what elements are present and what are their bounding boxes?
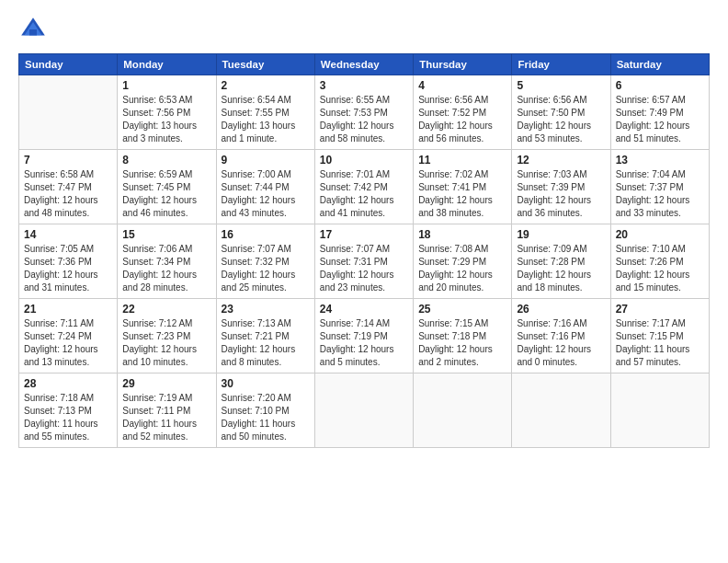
- day-cell: 19Sunrise: 7:09 AMSunset: 7:28 PMDayligh…: [512, 224, 610, 299]
- day-cell: 5Sunrise: 6:56 AMSunset: 7:50 PMDaylight…: [512, 75, 610, 150]
- day-cell: 4Sunrise: 6:56 AMSunset: 7:52 PMDaylight…: [414, 75, 512, 150]
- week-row-5: 28Sunrise: 7:18 AMSunset: 7:13 PMDayligh…: [19, 373, 710, 448]
- day-cell: 7Sunrise: 6:58 AMSunset: 7:47 PMDaylight…: [19, 150, 118, 224]
- day-cell: 14Sunrise: 7:05 AMSunset: 7:36 PMDayligh…: [19, 224, 118, 299]
- day-cell: 22Sunrise: 7:12 AMSunset: 7:23 PMDayligh…: [118, 299, 216, 373]
- day-info: Sunrise: 7:01 AMSunset: 7:42 PMDaylight:…: [320, 168, 408, 220]
- day-cell: 17Sunrise: 7:07 AMSunset: 7:31 PMDayligh…: [314, 224, 413, 299]
- col-header-monday: Monday: [118, 54, 216, 75]
- day-info: Sunrise: 7:16 AMSunset: 7:16 PMDaylight:…: [517, 317, 605, 369]
- day-number: 13: [616, 154, 704, 167]
- day-cell: 9Sunrise: 7:00 AMSunset: 7:44 PMDaylight…: [216, 150, 314, 224]
- day-number: 11: [418, 154, 506, 167]
- day-number: 28: [24, 377, 112, 390]
- day-info: Sunrise: 7:02 AMSunset: 7:41 PMDaylight:…: [418, 168, 506, 220]
- day-number: 6: [616, 79, 704, 92]
- day-number: 5: [517, 79, 605, 92]
- day-info: Sunrise: 6:58 AMSunset: 7:47 PMDaylight:…: [24, 168, 112, 220]
- day-info: Sunrise: 6:59 AMSunset: 7:45 PMDaylight:…: [122, 168, 210, 220]
- day-number: 16: [222, 228, 310, 241]
- day-cell: 18Sunrise: 7:08 AMSunset: 7:29 PMDayligh…: [414, 224, 512, 299]
- day-info: Sunrise: 7:10 AMSunset: 7:26 PMDaylight:…: [616, 243, 704, 294]
- day-cell: 3Sunrise: 6:55 AMSunset: 7:53 PMDaylight…: [314, 75, 413, 150]
- week-row-4: 21Sunrise: 7:11 AMSunset: 7:24 PMDayligh…: [19, 299, 710, 373]
- calendar-header-row: SundayMondayTuesdayWednesdayThursdayFrid…: [19, 54, 710, 75]
- day-cell: 29Sunrise: 7:19 AMSunset: 7:11 PMDayligh…: [118, 373, 216, 448]
- day-info: Sunrise: 7:07 AMSunset: 7:31 PMDaylight:…: [320, 243, 408, 294]
- day-cell: 13Sunrise: 7:04 AMSunset: 7:37 PMDayligh…: [610, 150, 709, 224]
- day-cell: 30Sunrise: 7:20 AMSunset: 7:10 PMDayligh…: [216, 373, 314, 448]
- day-number: 15: [122, 228, 210, 241]
- day-cell: 15Sunrise: 7:06 AMSunset: 7:34 PMDayligh…: [118, 224, 216, 299]
- day-info: Sunrise: 7:05 AMSunset: 7:36 PMDaylight:…: [24, 243, 112, 294]
- day-number: 22: [122, 303, 210, 316]
- day-cell: [314, 373, 413, 448]
- day-info: Sunrise: 6:56 AMSunset: 7:52 PMDaylight:…: [418, 94, 506, 145]
- day-info: Sunrise: 7:13 AMSunset: 7:21 PMDaylight:…: [222, 317, 310, 369]
- svg-rect-2: [29, 29, 37, 35]
- day-number: 8: [122, 154, 210, 167]
- day-info: Sunrise: 7:08 AMSunset: 7:29 PMDaylight:…: [418, 243, 506, 294]
- day-info: Sunrise: 7:07 AMSunset: 7:32 PMDaylight:…: [222, 243, 310, 294]
- day-number: 23: [222, 303, 310, 316]
- day-info: Sunrise: 7:17 AMSunset: 7:15 PMDaylight:…: [616, 317, 704, 369]
- day-info: Sunrise: 7:11 AMSunset: 7:24 PMDaylight:…: [24, 317, 112, 369]
- day-info: Sunrise: 7:14 AMSunset: 7:19 PMDaylight:…: [320, 317, 408, 369]
- col-header-tuesday: Tuesday: [216, 54, 314, 75]
- day-info: Sunrise: 6:54 AMSunset: 7:55 PMDaylight:…: [222, 94, 310, 145]
- week-row-3: 14Sunrise: 7:05 AMSunset: 7:36 PMDayligh…: [19, 224, 710, 299]
- day-info: Sunrise: 7:06 AMSunset: 7:34 PMDaylight:…: [122, 243, 210, 294]
- day-number: 3: [320, 79, 408, 92]
- day-info: Sunrise: 7:09 AMSunset: 7:28 PMDaylight:…: [517, 243, 605, 294]
- day-number: 2: [222, 79, 310, 92]
- day-cell: 24Sunrise: 7:14 AMSunset: 7:19 PMDayligh…: [314, 299, 413, 373]
- day-cell: 28Sunrise: 7:18 AMSunset: 7:13 PMDayligh…: [19, 373, 118, 448]
- day-info: Sunrise: 7:19 AMSunset: 7:11 PMDaylight:…: [122, 392, 210, 443]
- col-header-thursday: Thursday: [414, 54, 512, 75]
- day-cell: 10Sunrise: 7:01 AMSunset: 7:42 PMDayligh…: [314, 150, 413, 224]
- day-number: 30: [222, 377, 310, 390]
- day-info: Sunrise: 6:57 AMSunset: 7:49 PMDaylight:…: [616, 94, 704, 145]
- day-info: Sunrise: 7:12 AMSunset: 7:23 PMDaylight:…: [122, 317, 210, 369]
- day-info: Sunrise: 7:00 AMSunset: 7:44 PMDaylight:…: [222, 168, 310, 220]
- day-cell: 26Sunrise: 7:16 AMSunset: 7:16 PMDayligh…: [512, 299, 610, 373]
- week-row-2: 7Sunrise: 6:58 AMSunset: 7:47 PMDaylight…: [19, 150, 710, 224]
- day-info: Sunrise: 7:18 AMSunset: 7:13 PMDaylight:…: [24, 392, 112, 443]
- day-info: Sunrise: 7:04 AMSunset: 7:37 PMDaylight:…: [616, 168, 704, 220]
- day-cell: 21Sunrise: 7:11 AMSunset: 7:24 PMDayligh…: [19, 299, 118, 373]
- day-info: Sunrise: 7:15 AMSunset: 7:18 PMDaylight:…: [418, 317, 506, 369]
- day-cell: [19, 75, 118, 150]
- day-number: 25: [418, 303, 506, 316]
- day-cell: 27Sunrise: 7:17 AMSunset: 7:15 PMDayligh…: [610, 299, 709, 373]
- day-number: 14: [24, 228, 112, 241]
- day-number: 19: [517, 228, 605, 241]
- day-info: Sunrise: 6:53 AMSunset: 7:56 PMDaylight:…: [122, 94, 210, 145]
- day-number: 26: [517, 303, 605, 316]
- day-cell: [512, 373, 610, 448]
- day-number: 7: [24, 154, 112, 167]
- day-cell: 11Sunrise: 7:02 AMSunset: 7:41 PMDayligh…: [414, 150, 512, 224]
- day-number: 17: [320, 228, 408, 241]
- day-cell: 12Sunrise: 7:03 AMSunset: 7:39 PMDayligh…: [512, 150, 610, 224]
- col-header-sunday: Sunday: [19, 54, 118, 75]
- day-info: Sunrise: 7:20 AMSunset: 7:10 PMDaylight:…: [222, 392, 310, 443]
- calendar-table: SundayMondayTuesdayWednesdayThursdayFrid…: [18, 53, 710, 448]
- calendar-page: SundayMondayTuesdayWednesdayThursdayFrid…: [0, 0, 728, 563]
- day-cell: 8Sunrise: 6:59 AMSunset: 7:45 PMDaylight…: [118, 150, 216, 224]
- day-cell: 16Sunrise: 7:07 AMSunset: 7:32 PMDayligh…: [216, 224, 314, 299]
- day-cell: 2Sunrise: 6:54 AMSunset: 7:55 PMDaylight…: [216, 75, 314, 150]
- day-number: 24: [320, 303, 408, 316]
- day-info: Sunrise: 7:03 AMSunset: 7:39 PMDaylight:…: [517, 168, 605, 220]
- day-number: 18: [418, 228, 506, 241]
- col-header-saturday: Saturday: [610, 54, 709, 75]
- day-cell: 6Sunrise: 6:57 AMSunset: 7:49 PMDaylight…: [610, 75, 709, 150]
- day-number: 12: [517, 154, 605, 167]
- day-cell: [414, 373, 512, 448]
- day-cell: 25Sunrise: 7:15 AMSunset: 7:18 PMDayligh…: [414, 299, 512, 373]
- day-number: 9: [222, 154, 310, 167]
- day-number: 20: [616, 228, 704, 241]
- col-header-friday: Friday: [512, 54, 610, 75]
- day-number: 27: [616, 303, 704, 316]
- day-number: 29: [122, 377, 210, 390]
- col-header-wednesday: Wednesday: [314, 54, 413, 75]
